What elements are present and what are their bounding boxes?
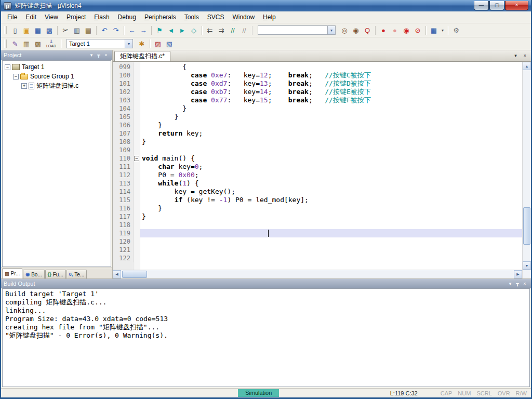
bookmark-toggle-icon[interactable]: ⚑ (154, 25, 165, 35)
code-text[interactable]: case 0xe7: key=12; break; //按键C被按下 (140, 71, 522, 79)
expander-minus-icon[interactable]: − (13, 74, 19, 79)
code-line[interactable]: 114 key = getKey(); (113, 188, 522, 196)
debug-windows-icon[interactable]: ▦ (429, 25, 439, 35)
code-line[interactable]: 110−void main() { (113, 154, 522, 163)
code-text[interactable]: char key=0; (140, 163, 522, 171)
code-text[interactable]: P0 = 0x00; (140, 171, 522, 179)
code-line[interactable]: 105 } (113, 113, 522, 121)
fold-collapse-icon[interactable]: − (134, 156, 139, 161)
code-line[interactable]: 103 case 0x77: key=15; break; //按键F被按下 (113, 96, 522, 104)
tree-item[interactable]: −Target 1 (3, 62, 111, 72)
chevron-down-icon[interactable]: ▼ (125, 39, 132, 48)
find-icon[interactable]: ◉ (351, 25, 361, 35)
code-text[interactable]: case 0xd7: key=13; break; //按键D被按下 (140, 79, 522, 88)
menu-project[interactable]: Project (62, 12, 90, 22)
project-tree[interactable]: −Target 1−Source Group 1+矩阵键盘扫描.c (2, 60, 111, 267)
code-text[interactable]: void main() { (140, 154, 522, 163)
navigate-back-icon[interactable]: ← (127, 25, 137, 35)
chevron-down-icon[interactable]: ▾ (507, 281, 514, 286)
menu-view[interactable]: View (41, 12, 62, 22)
code-line[interactable]: 108} (113, 138, 522, 146)
code-line[interactable]: 121 (113, 246, 522, 254)
code-line[interactable]: 117} (113, 212, 522, 221)
disable-breakpoint-icon[interactable]: ● (390, 25, 400, 35)
menu-window[interactable]: Window (228, 12, 259, 22)
uncomment-icon[interactable]: // (239, 25, 249, 35)
line-number[interactable]: 107 (113, 129, 134, 138)
line-number[interactable]: 105 (113, 113, 134, 121)
indent-icon[interactable]: ⇉ (216, 25, 227, 35)
configure-icon[interactable]: ⚙ (451, 25, 461, 35)
code-text[interactable]: } (140, 121, 522, 129)
code-text[interactable] (140, 254, 522, 262)
code-text[interactable]: return key; (140, 129, 522, 138)
code-line[interactable]: 101 case 0xd7: key=13; break; //按键D被按下 (113, 79, 522, 88)
line-number[interactable]: 109 (113, 146, 134, 154)
line-number[interactable]: 117 (113, 212, 134, 221)
navigate-forward-icon[interactable]: → (138, 25, 149, 35)
rebuild-all-icon[interactable]: ▩ (33, 39, 43, 49)
panel-tab-3[interactable]: 0,Te... (66, 270, 87, 278)
code-line[interactable]: 118 (113, 221, 522, 229)
code-text[interactable]: { (140, 63, 522, 71)
line-number[interactable]: 118 (113, 221, 134, 229)
menu-file[interactable]: File (3, 12, 21, 22)
outdent-icon[interactable]: ⇇ (205, 25, 215, 35)
line-number[interactable]: 104 (113, 104, 134, 113)
code-text[interactable] (140, 229, 522, 237)
maximize-button[interactable]: ▢ (489, 1, 504, 10)
scroll-up-icon[interactable]: ▲ (523, 62, 531, 70)
file-extensions-icon[interactable]: ▨ (153, 39, 163, 49)
code-text[interactable]: } (140, 104, 522, 113)
code-text[interactable]: } (140, 204, 522, 212)
close-icon[interactable]: × (522, 52, 528, 59)
chevron-down-icon[interactable]: ▾ (88, 52, 95, 58)
bookmark-clear-icon[interactable]: ◇ (189, 25, 199, 35)
code-editor[interactable]: 099 {100 case 0xe7: key=12; break; //按键C… (113, 62, 522, 270)
code-line[interactable]: 120 (113, 237, 522, 246)
code-text[interactable]: if (key != -1) P0 = led_mod[key]; (140, 196, 522, 204)
options-for-target-icon[interactable]: ✱ (137, 39, 147, 49)
scroll-down-icon[interactable]: ▼ (523, 261, 531, 270)
line-number[interactable]: 114 (113, 188, 134, 196)
cut-icon[interactable]: ✂ (60, 25, 71, 35)
pin-icon[interactable]: ┳ (95, 52, 102, 58)
translate-file-icon[interactable]: ✎ (10, 39, 20, 49)
line-number[interactable]: 115 (113, 196, 134, 204)
line-number[interactable]: 102 (113, 88, 134, 96)
code-text[interactable] (140, 221, 522, 229)
copy-icon[interactable]: ▥ (72, 25, 82, 35)
code-line[interactable]: 112 P0 = 0x00; (113, 171, 522, 179)
line-number[interactable]: 100 (113, 71, 134, 79)
line-number[interactable]: 101 (113, 79, 134, 88)
code-line[interactable]: 113 while(1) { (113, 179, 522, 188)
new-file-icon[interactable]: ▯ (10, 25, 20, 35)
environment-books-icon[interactable]: ▧ (164, 39, 175, 49)
code-line[interactable]: 107 return key; (113, 129, 522, 138)
code-line[interactable]: 111 char key=0; (113, 163, 522, 171)
disable-all-breakpoints-icon[interactable]: ◉ (401, 25, 411, 35)
save-all-icon[interactable]: ▩ (44, 25, 55, 35)
code-text[interactable] (140, 237, 522, 246)
chevron-down-icon[interactable]: ▾ (440, 25, 445, 35)
horizontal-scrollbar[interactable]: ◀ ▶ (113, 270, 522, 278)
code-text[interactable] (140, 246, 522, 254)
line-number[interactable]: 116 (113, 204, 134, 212)
menu-debug[interactable]: Debug (114, 12, 140, 22)
panel-tab-1[interactable]: ◉Bo... (23, 270, 44, 278)
menu-peripherals[interactable]: Peripherals (140, 12, 180, 22)
horizontal-scrollbar-thumb[interactable] (122, 271, 147, 278)
line-number[interactable]: 111 (113, 163, 134, 171)
code-text[interactable] (140, 146, 522, 154)
menu-flash[interactable]: Flash (90, 12, 113, 22)
search-combo[interactable]: ▼ (258, 25, 336, 35)
code-line[interactable]: 100 case 0xe7: key=12; break; //按键C被按下 (113, 71, 522, 79)
menu-help[interactable]: Help (259, 12, 280, 22)
line-number[interactable]: 122 (113, 254, 134, 262)
save-icon[interactable]: ▦ (33, 25, 43, 35)
kill-all-breakpoints-icon[interactable]: ⊘ (413, 25, 423, 35)
build-target-icon[interactable]: ▦ (21, 39, 32, 49)
panel-tab-2[interactable]: {}Fu... (45, 270, 66, 278)
code-line[interactable]: 119 (113, 229, 522, 237)
line-number[interactable]: 113 (113, 179, 134, 188)
